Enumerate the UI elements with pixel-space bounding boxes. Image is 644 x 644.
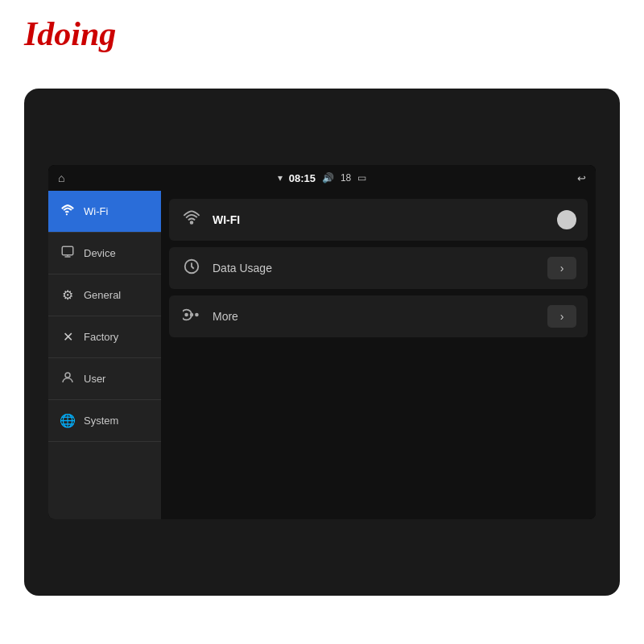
wifi-status-icon: ▾ bbox=[278, 172, 283, 184]
more-icon bbox=[180, 306, 203, 328]
sidebar-item-wifi[interactable]: Wi-Fi bbox=[48, 191, 161, 233]
settings-panel: WI-FI Data Usage › bbox=[161, 191, 596, 519]
volume-icon: 🔊 bbox=[322, 172, 334, 184]
right-status-icons: ↩ bbox=[577, 172, 586, 184]
sidebar-item-device[interactable]: Device bbox=[48, 233, 161, 275]
svg-point-4 bbox=[191, 221, 193, 224]
time-display: 08:15 bbox=[289, 172, 316, 184]
battery-icon: ▭ bbox=[357, 172, 366, 184]
settings-row-more[interactable]: More › bbox=[169, 295, 588, 337]
sidebar-wifi-label: Wi-Fi bbox=[84, 205, 108, 217]
screen: ⌂ ▾ 08:15 🔊 18 ▭ ↩ bbox=[48, 165, 596, 519]
general-icon: ⚙ bbox=[60, 287, 76, 303]
car-unit: ⌂ ▾ 08:15 🔊 18 ▭ ↩ bbox=[24, 89, 620, 596]
settings-wifi-label: WI-FI bbox=[213, 213, 547, 226]
sidebar-device-label: Device bbox=[84, 247, 116, 259]
settings-more-label: More bbox=[213, 310, 538, 323]
settings-row-wifi[interactable]: WI-FI bbox=[169, 199, 588, 241]
main-content: Wi-Fi Device bbox=[48, 191, 596, 519]
system-icon: 🌐 bbox=[60, 413, 76, 428]
factory-icon: ✕ bbox=[60, 329, 76, 345]
sidebar-user-label: User bbox=[84, 373, 105, 385]
settings-wifi-icon bbox=[180, 209, 203, 231]
data-usage-icon bbox=[180, 258, 203, 279]
sidebar-general-label: General bbox=[84, 289, 121, 301]
wifi-icon bbox=[60, 203, 76, 221]
user-icon bbox=[60, 370, 76, 388]
more-chevron[interactable]: › bbox=[547, 305, 576, 328]
sidebar-item-system[interactable]: 🌐 System bbox=[48, 400, 161, 442]
sidebar-factory-label: Factory bbox=[84, 331, 118, 343]
sidebar-item-general[interactable]: ⚙ General bbox=[48, 275, 161, 316]
data-usage-chevron[interactable]: › bbox=[547, 257, 576, 279]
sidebar-system-label: System bbox=[84, 415, 118, 427]
settings-row-data-usage[interactable]: Data Usage › bbox=[169, 247, 588, 289]
wifi-toggle[interactable] bbox=[557, 210, 576, 229]
svg-rect-1 bbox=[64, 256, 71, 258]
back-icon[interactable]: ↩ bbox=[577, 172, 586, 184]
settings-data-usage-label: Data Usage bbox=[213, 262, 538, 275]
svg-point-8 bbox=[196, 313, 198, 316]
svg-rect-0 bbox=[62, 246, 73, 255]
page: Idoing ⌂ ▾ 08:15 🔊 18 ▭ ↩ bbox=[0, 0, 644, 644]
home-icon[interactable]: ⌂ bbox=[58, 171, 64, 184]
volume-level: 18 bbox=[341, 172, 351, 184]
svg-point-6 bbox=[185, 313, 188, 316]
sidebar: Wi-Fi Device bbox=[48, 191, 161, 519]
status-bar: ⌂ ▾ 08:15 🔊 18 ▭ ↩ bbox=[48, 165, 596, 191]
device-icon bbox=[60, 245, 76, 262]
status-center: ▾ 08:15 🔊 18 ▭ bbox=[278, 172, 367, 184]
logo: Idoing bbox=[24, 14, 116, 53]
sidebar-item-factory[interactable]: ✕ Factory bbox=[48, 316, 161, 358]
svg-point-3 bbox=[65, 373, 70, 378]
sidebar-item-user[interactable]: User bbox=[48, 358, 161, 400]
